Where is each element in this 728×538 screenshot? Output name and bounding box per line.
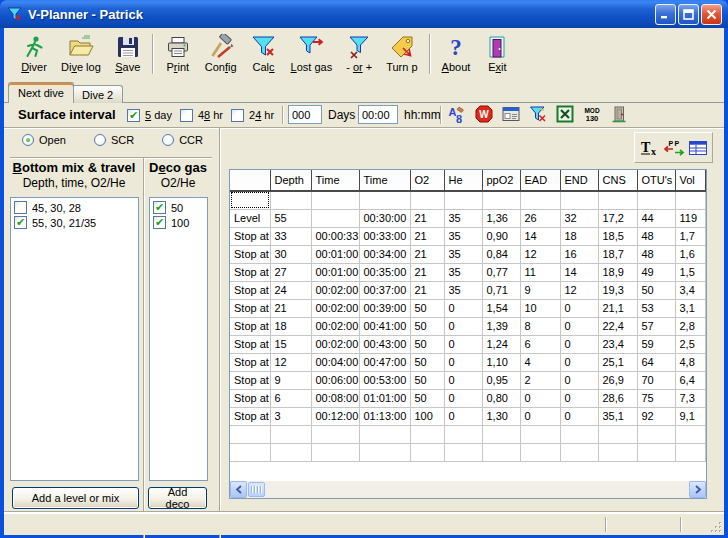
- toolbar-or-button[interactable]: - or +: [339, 32, 379, 74]
- close-panel-icon[interactable]: [610, 105, 628, 123]
- toolbar-save-button[interactable]: Save: [108, 32, 148, 74]
- grid-cell[interactable]: [311, 425, 359, 443]
- grid-cell[interactable]: 12: [270, 353, 311, 371]
- grid-cell[interactable]: [560, 191, 598, 209]
- grid-cell[interactable]: 14: [520, 227, 560, 245]
- toolbar-diver-button[interactable]: Diver: [14, 32, 54, 74]
- grid-cell[interactable]: 00:41:00: [359, 317, 410, 335]
- grid-cell[interactable]: 18: [270, 317, 311, 335]
- grid-cell[interactable]: 30: [270, 245, 311, 263]
- deco-gas-item[interactable]: 50: [151, 200, 206, 215]
- grid-cell[interactable]: 7,3: [675, 389, 705, 407]
- grid-cell[interactable]: 6: [520, 335, 560, 353]
- grid-cell[interactable]: 0,90: [482, 227, 520, 245]
- grid-cell[interactable]: Stop at: [230, 335, 270, 353]
- grid-cell[interactable]: 0: [444, 407, 482, 425]
- dive-info-icon[interactable]: [502, 105, 520, 123]
- grid-cell[interactable]: 0,95: [482, 371, 520, 389]
- grid-cell[interactable]: 2,8: [675, 317, 705, 335]
- grid-cell[interactable]: 0,84: [482, 245, 520, 263]
- grid-cell[interactable]: 9: [270, 371, 311, 389]
- grid-cell[interactable]: 35: [444, 209, 482, 227]
- grid-cell[interactable]: 32: [560, 209, 598, 227]
- grid-cell[interactable]: [359, 425, 410, 443]
- grid-cell[interactable]: 0: [560, 335, 598, 353]
- grid-cell[interactable]: [560, 443, 598, 461]
- grid-cell[interactable]: Stop at: [230, 407, 270, 425]
- grid-cell[interactable]: 0,77: [482, 263, 520, 281]
- grid-cell[interactable]: [270, 443, 311, 461]
- grid-cell[interactable]: 35: [444, 245, 482, 263]
- grid-cell[interactable]: 14: [560, 263, 598, 281]
- grid-cell[interactable]: 44: [637, 209, 675, 227]
- grid-cell[interactable]: [482, 443, 520, 461]
- grid-cell[interactable]: 00:39:00: [359, 299, 410, 317]
- grid-cell[interactable]: 0,80: [482, 389, 520, 407]
- pp-swap-icon[interactable]: PP: [663, 139, 685, 157]
- grid-cell[interactable]: 1,10: [482, 353, 520, 371]
- grid-cell[interactable]: 1,36: [482, 209, 520, 227]
- grid-cell[interactable]: 01:13:00: [359, 407, 410, 425]
- grid-cell[interactable]: 00:47:00: [359, 353, 410, 371]
- grid-cell[interactable]: 0: [520, 389, 560, 407]
- grid-cell[interactable]: 1,24: [482, 335, 520, 353]
- close-button[interactable]: [701, 4, 722, 25]
- grid-cell[interactable]: [637, 191, 675, 209]
- toolbar-dive-log-button[interactable]: Dive log: [54, 32, 108, 74]
- scroll-thumb[interactable]: [248, 482, 265, 497]
- grid-cell[interactable]: 3: [270, 407, 311, 425]
- minimize-button[interactable]: [655, 4, 676, 25]
- titlebar[interactable]: V-Planner - Patrick: [0, 0, 728, 28]
- grid-cell[interactable]: [410, 191, 444, 209]
- checkbox-checked-icon[interactable]: [153, 201, 166, 214]
- checkbox-checked-icon[interactable]: [153, 216, 166, 229]
- grid-cell[interactable]: 00:02:00: [311, 335, 359, 353]
- grid-cell[interactable]: 12: [560, 281, 598, 299]
- grid-cell[interactable]: 01:01:00: [359, 389, 410, 407]
- grid-cell[interactable]: 21: [410, 263, 444, 281]
- grid-cell[interactable]: [270, 191, 311, 209]
- gas-mode-scr-radio[interactable]: SCR: [94, 134, 134, 146]
- grid-cell[interactable]: 0: [444, 371, 482, 389]
- export-excel-icon[interactable]: [556, 105, 574, 123]
- grid-cell[interactable]: [637, 443, 675, 461]
- grid-cell[interactable]: 48: [637, 245, 675, 263]
- grid-cell[interactable]: 19,3: [598, 281, 637, 299]
- surface-24-hr-checkbox[interactable]: 24 hr: [231, 109, 274, 122]
- grid-cell[interactable]: 1,54: [482, 299, 520, 317]
- grid-cell[interactable]: 50: [410, 353, 444, 371]
- grid-cell[interactable]: [359, 443, 410, 461]
- grid-cell[interactable]: Stop at: [230, 389, 270, 407]
- grid-cell[interactable]: 2: [520, 371, 560, 389]
- grid-cell[interactable]: 3,1: [675, 299, 705, 317]
- grid-cell[interactable]: 1,6: [675, 245, 705, 263]
- grid-cell[interactable]: 50: [410, 299, 444, 317]
- grid-cell[interactable]: 18,5: [598, 227, 637, 245]
- grid-cell[interactable]: [675, 191, 705, 209]
- grid-cell[interactable]: 0: [444, 389, 482, 407]
- grid-cell[interactable]: 4: [520, 353, 560, 371]
- grid-cell[interactable]: 18: [560, 227, 598, 245]
- checkbox-checked-icon[interactable]: [127, 109, 140, 122]
- maximize-button[interactable]: [678, 4, 699, 25]
- grid-cell[interactable]: [230, 191, 270, 209]
- grid-cell[interactable]: 18,9: [598, 263, 637, 281]
- grid-cell[interactable]: [311, 209, 359, 227]
- grid-cell[interactable]: 0: [560, 407, 598, 425]
- grid-cell[interactable]: 9,1: [675, 407, 705, 425]
- grid-cell[interactable]: 23,4: [598, 335, 637, 353]
- grid-cell[interactable]: 24: [270, 281, 311, 299]
- grid-cell[interactable]: 1,5: [675, 263, 705, 281]
- grid-cell[interactable]: 21: [410, 209, 444, 227]
- grid-cell[interactable]: [675, 425, 705, 443]
- grid-cell[interactable]: 0: [560, 299, 598, 317]
- grid-cell[interactable]: 00:02:00: [311, 281, 359, 299]
- radio-selected-icon[interactable]: [22, 134, 34, 146]
- grid-cell[interactable]: 50: [637, 281, 675, 299]
- grid-cell[interactable]: 27: [270, 263, 311, 281]
- grid-cell[interactable]: [230, 425, 270, 443]
- grid-cell[interactable]: 00:37:00: [359, 281, 410, 299]
- grid-cell[interactable]: 16: [560, 245, 598, 263]
- grid-cell[interactable]: 35: [444, 281, 482, 299]
- grid-cell[interactable]: 48: [637, 227, 675, 245]
